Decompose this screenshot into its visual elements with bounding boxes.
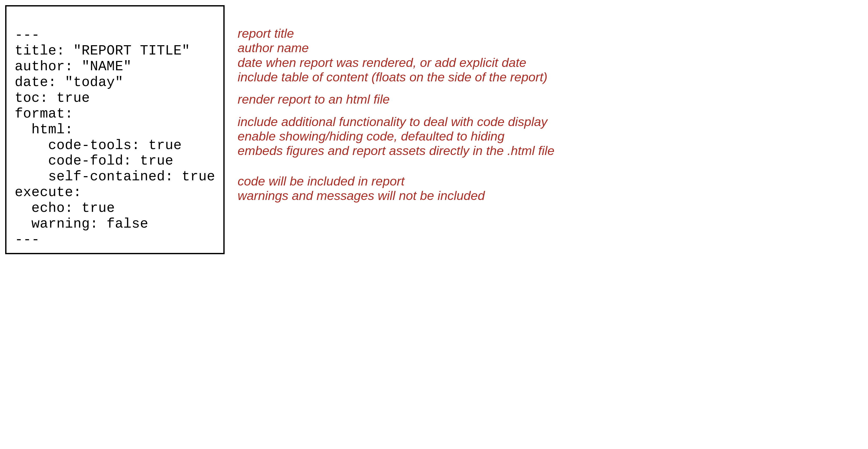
yaml-delimiter-open: --- <box>15 27 40 43</box>
spacer <box>238 10 554 26</box>
yaml-self-contained-line: self-contained: true <box>15 169 215 185</box>
spacer <box>238 107 554 115</box>
annotation-code-tools: include additional functionality to deal… <box>238 115 554 129</box>
yaml-echo-line: echo: true <box>15 200 115 216</box>
annotation-echo: code will be included in report <box>238 174 554 188</box>
yaml-config-diagram: --- title: "REPORT TITLE" author: "NAME"… <box>5 5 863 254</box>
annotation-warning: warnings and messages will not be includ… <box>238 188 554 203</box>
yaml-html-line: html: <box>15 122 73 137</box>
annotation-title: report title <box>238 26 554 40</box>
yaml-title-line: title: "REPORT TITLE" <box>15 43 190 59</box>
yaml-warning-line: warning: false <box>15 216 148 232</box>
yaml-author-line: author: "NAME" <box>15 59 131 74</box>
annotation-self-contained: embeds figures and report assets directl… <box>238 143 554 158</box>
yaml-code-fold-line: code-fold: true <box>15 153 174 169</box>
yaml-delimiter-close: --- <box>15 232 40 248</box>
yaml-code-block: --- title: "REPORT TITLE" author: "NAME"… <box>5 5 225 254</box>
yaml-execute-line: execute: <box>15 185 82 200</box>
annotation-format: render report to an html file <box>238 92 554 106</box>
spacer <box>238 84 554 92</box>
annotation-author: author name <box>238 40 554 55</box>
yaml-code-tools-line: code-tools: true <box>15 138 182 153</box>
yaml-date-line: date: "today" <box>15 75 123 90</box>
annotation-date: date when report was rendered, or add ex… <box>238 55 554 70</box>
annotation-toc: include table of content (floats on the … <box>238 70 554 84</box>
spacer <box>238 158 554 174</box>
annotation-code-fold: enable showing/hiding code, defaulted to… <box>238 129 554 143</box>
annotations-column: report title author name date when repor… <box>238 5 554 203</box>
yaml-toc-line: toc: true <box>15 90 90 106</box>
yaml-format-line: format: <box>15 106 73 122</box>
